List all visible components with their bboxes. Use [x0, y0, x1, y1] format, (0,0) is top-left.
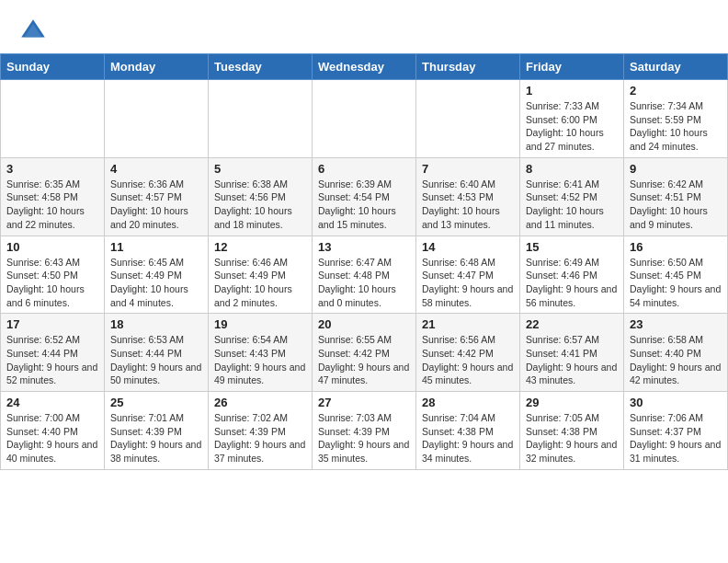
day-info: Sunrise: 6:53 AM Sunset: 4:44 PM Dayligh… [110, 333, 202, 387]
day-number: 1 [526, 84, 618, 98]
weekday-header-friday: Friday [520, 54, 624, 80]
weekday-header-monday: Monday [105, 54, 209, 80]
day-cell: 18Sunrise: 6:53 AM Sunset: 4:44 PM Dayli… [105, 314, 209, 392]
day-info: Sunrise: 6:38 AM Sunset: 4:56 PM Dayligh… [214, 178, 306, 232]
day-number: 7 [422, 162, 514, 176]
day-cell: 1Sunrise: 7:33 AM Sunset: 6:00 PM Daylig… [520, 80, 624, 158]
day-cell: 3Sunrise: 6:35 AM Sunset: 4:58 PM Daylig… [1, 157, 105, 236]
week-row-1: 1Sunrise: 7:33 AM Sunset: 6:00 PM Daylig… [1, 80, 728, 158]
day-info: Sunrise: 7:05 AM Sunset: 4:38 PM Dayligh… [526, 411, 618, 465]
day-info: Sunrise: 6:48 AM Sunset: 4:47 PM Dayligh… [422, 256, 514, 310]
day-info: Sunrise: 7:01 AM Sunset: 4:39 PM Dayligh… [110, 411, 202, 465]
day-info: Sunrise: 6:56 AM Sunset: 4:42 PM Dayligh… [422, 333, 514, 387]
day-info: Sunrise: 6:43 AM Sunset: 4:50 PM Dayligh… [6, 256, 98, 310]
day-number: 9 [630, 162, 722, 176]
day-number: 27 [318, 396, 410, 409]
header [0, 0, 728, 53]
day-number: 12 [214, 240, 306, 254]
day-info: Sunrise: 7:03 AM Sunset: 4:39 PM Dayligh… [318, 411, 410, 465]
day-info: Sunrise: 7:00 AM Sunset: 4:40 PM Dayligh… [6, 411, 98, 465]
day-number: 2 [630, 84, 722, 98]
week-row-2: 3Sunrise: 6:35 AM Sunset: 4:58 PM Daylig… [1, 157, 728, 236]
day-number: 11 [110, 240, 202, 254]
day-cell: 10Sunrise: 6:43 AM Sunset: 4:50 PM Dayli… [1, 236, 105, 314]
day-cell: 9Sunrise: 6:42 AM Sunset: 4:51 PM Daylig… [624, 157, 728, 236]
weekday-header-row: SundayMondayTuesdayWednesdayThursdayFrid… [1, 54, 728, 80]
day-cell: 24Sunrise: 7:00 AM Sunset: 4:40 PM Dayli… [1, 392, 105, 470]
day-cell: 23Sunrise: 6:58 AM Sunset: 4:40 PM Dayli… [624, 314, 728, 392]
day-cell: 25Sunrise: 7:01 AM Sunset: 4:39 PM Dayli… [105, 392, 209, 470]
day-info: Sunrise: 6:42 AM Sunset: 4:51 PM Dayligh… [630, 178, 722, 232]
day-number: 19 [214, 317, 306, 331]
day-number: 20 [318, 317, 410, 331]
day-cell [313, 80, 416, 158]
day-cell: 5Sunrise: 6:38 AM Sunset: 4:56 PM Daylig… [209, 157, 313, 236]
day-cell [105, 80, 209, 158]
day-cell: 20Sunrise: 6:55 AM Sunset: 4:42 PM Dayli… [313, 314, 416, 392]
day-cell: 19Sunrise: 6:54 AM Sunset: 4:43 PM Dayli… [209, 314, 313, 392]
day-number: 16 [630, 240, 722, 254]
day-info: Sunrise: 6:39 AM Sunset: 4:54 PM Dayligh… [318, 178, 410, 232]
day-info: Sunrise: 7:34 AM Sunset: 5:59 PM Dayligh… [630, 99, 722, 154]
day-info: Sunrise: 7:33 AM Sunset: 6:00 PM Dayligh… [526, 99, 618, 154]
day-info: Sunrise: 6:46 AM Sunset: 4:49 PM Dayligh… [214, 256, 306, 310]
day-number: 8 [526, 162, 618, 176]
day-cell: 26Sunrise: 7:02 AM Sunset: 4:39 PM Dayli… [209, 392, 313, 470]
day-info: Sunrise: 6:52 AM Sunset: 4:44 PM Dayligh… [6, 333, 98, 387]
day-number: 15 [526, 240, 618, 254]
logo-icon [18, 17, 48, 46]
day-number: 17 [6, 317, 98, 331]
day-number: 6 [318, 162, 410, 176]
day-cell: 17Sunrise: 6:52 AM Sunset: 4:44 PM Dayli… [1, 314, 105, 392]
calendar: SundayMondayTuesdayWednesdayThursdayFrid… [0, 53, 728, 470]
day-cell: 22Sunrise: 6:57 AM Sunset: 4:41 PM Dayli… [520, 314, 624, 392]
day-info: Sunrise: 7:04 AM Sunset: 4:38 PM Dayligh… [422, 411, 514, 465]
weekday-header-wednesday: Wednesday [313, 54, 416, 80]
day-cell [1, 80, 105, 158]
day-cell: 13Sunrise: 6:47 AM Sunset: 4:48 PM Dayli… [313, 236, 416, 314]
day-cell: 12Sunrise: 6:46 AM Sunset: 4:49 PM Dayli… [209, 236, 313, 314]
logo [18, 17, 51, 46]
day-cell: 14Sunrise: 6:48 AM Sunset: 4:47 PM Dayli… [416, 236, 520, 314]
day-info: Sunrise: 6:57 AM Sunset: 4:41 PM Dayligh… [526, 333, 618, 387]
day-number: 21 [422, 317, 514, 331]
week-row-5: 24Sunrise: 7:00 AM Sunset: 4:40 PM Dayli… [1, 392, 728, 470]
day-cell [416, 80, 520, 158]
weekday-header-sunday: Sunday [1, 54, 105, 80]
day-cell [209, 80, 313, 158]
day-cell: 8Sunrise: 6:41 AM Sunset: 4:52 PM Daylig… [520, 157, 624, 236]
day-cell: 6Sunrise: 6:39 AM Sunset: 4:54 PM Daylig… [313, 157, 416, 236]
day-info: Sunrise: 6:55 AM Sunset: 4:42 PM Dayligh… [318, 333, 410, 387]
day-cell: 28Sunrise: 7:04 AM Sunset: 4:38 PM Dayli… [416, 392, 520, 470]
day-info: Sunrise: 6:50 AM Sunset: 4:45 PM Dayligh… [630, 256, 722, 310]
week-row-4: 17Sunrise: 6:52 AM Sunset: 4:44 PM Dayli… [1, 314, 728, 392]
day-info: Sunrise: 6:40 AM Sunset: 4:53 PM Dayligh… [422, 178, 514, 232]
day-cell: 27Sunrise: 7:03 AM Sunset: 4:39 PM Dayli… [313, 392, 416, 470]
day-info: Sunrise: 6:58 AM Sunset: 4:40 PM Dayligh… [630, 333, 722, 387]
day-number: 14 [422, 240, 514, 254]
day-number: 5 [214, 162, 306, 176]
day-info: Sunrise: 6:45 AM Sunset: 4:49 PM Dayligh… [110, 256, 202, 310]
weekday-header-thursday: Thursday [416, 54, 520, 80]
day-info: Sunrise: 6:49 AM Sunset: 4:46 PM Dayligh… [526, 256, 618, 310]
day-number: 28 [422, 396, 514, 409]
day-info: Sunrise: 7:02 AM Sunset: 4:39 PM Dayligh… [214, 411, 306, 465]
day-number: 10 [6, 240, 98, 254]
day-number: 3 [6, 162, 98, 176]
day-cell: 7Sunrise: 6:40 AM Sunset: 4:53 PM Daylig… [416, 157, 520, 236]
day-info: Sunrise: 6:36 AM Sunset: 4:57 PM Dayligh… [110, 178, 202, 232]
day-info: Sunrise: 6:41 AM Sunset: 4:52 PM Dayligh… [526, 178, 618, 232]
day-cell: 21Sunrise: 6:56 AM Sunset: 4:42 PM Dayli… [416, 314, 520, 392]
day-info: Sunrise: 6:35 AM Sunset: 4:58 PM Dayligh… [6, 178, 98, 232]
weekday-header-saturday: Saturday [624, 54, 728, 80]
day-number: 26 [214, 396, 306, 409]
day-cell: 15Sunrise: 6:49 AM Sunset: 4:46 PM Dayli… [520, 236, 624, 314]
day-cell: 30Sunrise: 7:06 AM Sunset: 4:37 PM Dayli… [624, 392, 728, 470]
day-number: 29 [526, 396, 618, 409]
day-number: 4 [110, 162, 202, 176]
day-info: Sunrise: 6:47 AM Sunset: 4:48 PM Dayligh… [318, 256, 410, 310]
day-cell: 16Sunrise: 6:50 AM Sunset: 4:45 PM Dayli… [624, 236, 728, 314]
day-info: Sunrise: 7:06 AM Sunset: 4:37 PM Dayligh… [630, 411, 722, 465]
day-number: 25 [110, 396, 202, 409]
day-cell: 2Sunrise: 7:34 AM Sunset: 5:59 PM Daylig… [624, 80, 728, 158]
